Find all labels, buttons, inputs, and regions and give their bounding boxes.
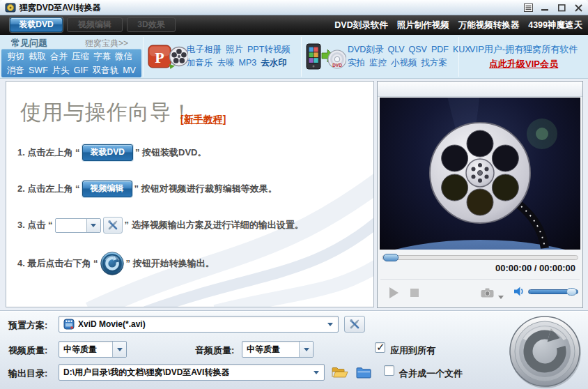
app-window: 狸窝DVD至AVI转换器 装载DVD 视频编辑 3D效果 DVD刻录软件照片制作… (0, 0, 588, 389)
toolbar-link[interactable]: 4399神魔遮天 (528, 20, 582, 31)
video-tool-link[interactable]: PDF (431, 45, 449, 54)
faq-link[interactable]: GIF (74, 66, 88, 75)
film-reel-graphic (380, 98, 580, 250)
step-text: 2. 点击左上角 “ (17, 183, 80, 195)
photo-tool-link[interactable]: 去水印 (261, 58, 287, 68)
preview-panel: 00:00:00 / 00:00:00 (377, 81, 583, 308)
vip-text: VIP用户-拥有狸窝所有软件 (459, 43, 588, 56)
output-dir-label: 输出目录: (8, 367, 47, 380)
faq-link[interactable]: 压缩 (72, 52, 89, 61)
tab-load-dvd[interactable]: 装载DVD (10, 17, 63, 32)
faq-links-box: 剪切截取合并压缩字幕微信 消音SWF片头GIF双音轨MV (1, 49, 141, 77)
volume-thumb[interactable] (566, 288, 577, 296)
minimize-button[interactable] (539, 3, 550, 13)
faq-link[interactable]: SWF (29, 66, 48, 75)
dropdown-arrow-icon (112, 342, 126, 357)
faq-link[interactable]: MV (123, 66, 136, 75)
output-dir-select[interactable]: D:\用户目录\我的文档\狸窝\DVD至AVI转换器 (59, 364, 325, 381)
video-tools-section: DVD DVD刻录QLVQSVPDFKUX 实拍监控小视频找方案 (302, 35, 458, 79)
output-dir-value: D:\用户目录\我的文档\狸窝\DVD至AVI转换器 (63, 367, 229, 379)
guide-step-4: 4. 最后点击右下角 “ ” 按钮开 (17, 252, 215, 275)
snapshot-menu-arrow-icon[interactable] (498, 291, 504, 301)
video-tools-links: DVD刻录QLVQSVPDFKUX 实拍监控小视频找方案 (348, 43, 475, 70)
preview-header (378, 82, 582, 97)
tab-3d-effect[interactable]: 3D效果 (127, 17, 176, 32)
treasury-link[interactable]: 狸窝宝典>> (85, 38, 128, 49)
video-tool-link[interactable]: 监控 (369, 58, 387, 68)
video-edit-button-illustration: 视频编辑 (82, 181, 132, 197)
player-controls (378, 280, 582, 309)
toolbar-link[interactable]: 万能视频转换器 (458, 20, 520, 31)
toolbar: 装载DVD 视频编辑 3D效果 DVD刻录软件照片制作视频万能视频转换器4399… (0, 15, 588, 35)
video-tool-link[interactable]: DVD刻录 (348, 45, 383, 54)
toolbar-link[interactable]: DVD刻录软件 (334, 20, 387, 31)
main-area: 使用与操作向导！ [新手教程] 1. 点击左上角 “ 装载DVD ” 按钮装载D… (0, 79, 588, 310)
preset-select[interactable]: XviD Movie(*.avi) (59, 316, 339, 333)
photo-tool-link[interactable]: MP3 (239, 58, 257, 68)
close-icon[interactable] (573, 3, 584, 13)
photo-tool-link[interactable]: PPT转视频 (247, 45, 291, 54)
video-tool-link[interactable]: 小视频 (391, 58, 417, 68)
tutorial-link[interactable]: [新手教程] (180, 114, 226, 126)
dropdown-arrow-icon (327, 323, 333, 326)
faq-section: 常见问题 狸窝宝典>> 剪切截取合并压缩字幕微信 消音SWF片头GIF双音轨MV (0, 35, 143, 79)
load-dvd-button-illustration: 装载DVD (82, 144, 133, 161)
video-quality-label: 视频质量: (8, 344, 47, 357)
step-text: 3. 点击 “ (17, 219, 53, 231)
vip-section: VIP用户-拥有狸窝所有软件 点此升级VIP会员 (459, 35, 588, 79)
titlebar: 狸窝DVD至AVI转换器 (0, 0, 588, 15)
faq-link[interactable]: 片头 (52, 66, 70, 75)
menu-icon[interactable] (523, 3, 534, 13)
apply-all-label: 应用到所有 (390, 344, 435, 357)
open-folder-button[interactable] (330, 365, 350, 380)
step-text: 1. 点击左上角 “ (17, 146, 80, 159)
faq-link[interactable]: 微信 (115, 52, 132, 61)
phone-dvd-icon[interactable]: DVD (306, 43, 346, 73)
faq-link[interactable]: 消音 (7, 66, 24, 75)
quickbar: 常见问题 狸窝宝典>> 剪切截取合并压缩字幕微信 消音SWF片头GIF双音轨MV… (0, 35, 588, 79)
toolbar-link[interactable]: 照片制作视频 (397, 20, 449, 31)
merge-checkbox[interactable] (384, 365, 394, 376)
photo-tool-link[interactable]: 电子相册 (187, 45, 222, 54)
volume-slider[interactable] (528, 289, 578, 294)
faq-link[interactable]: 双音轨 (93, 66, 119, 75)
preset-settings-button[interactable] (344, 316, 365, 333)
step-text: ” 选择视频输出方案及进行详细的输出设置。 (125, 219, 304, 231)
snapshot-camera-icon[interactable] (481, 288, 494, 300)
video-tool-link[interactable]: QLV (387, 45, 404, 54)
play-icon[interactable] (389, 287, 399, 298)
browse-folder-button[interactable] (354, 365, 373, 380)
guide-step-1: 1. 点击左上角 “ 装载DVD ” 按钮装载DVD。 (17, 144, 206, 161)
apply-all-checkbox[interactable] (375, 342, 385, 353)
video-tool-link[interactable]: QSV (409, 45, 427, 54)
preset-label: 预置方案: (8, 319, 47, 332)
dropdown-arrow-icon (314, 371, 319, 374)
photo-tools-section: P 电子相册照片PPT转视频 加音乐去噪MP3去水印 (144, 35, 301, 79)
preset-value: XviD Movie(*.avi) (78, 319, 146, 329)
stop-icon[interactable] (410, 289, 419, 297)
faq-link[interactable]: 字幕 (93, 52, 111, 61)
photo-tool-link[interactable]: 去噪 (217, 58, 235, 68)
maximize-button[interactable] (556, 3, 567, 13)
start-convert-button[interactable] (508, 314, 582, 388)
photo-tool-link[interactable]: 加音乐 (187, 58, 213, 68)
tab-video-edit[interactable]: 视频编辑 (67, 17, 123, 32)
faq-link[interactable]: 剪切 (7, 52, 24, 61)
ppt-to-video-icon[interactable]: P (148, 43, 188, 72)
preset-format-icon (63, 319, 75, 330)
video-quality-select[interactable]: 中等质量 (59, 341, 127, 358)
seek-bar[interactable] (382, 255, 578, 260)
video-tool-link[interactable]: 实拍 (348, 58, 365, 68)
photo-tool-link[interactable]: 照片 (226, 45, 243, 54)
video-tool-link[interactable]: 找方案 (421, 58, 448, 68)
faq-link[interactable]: 截取 (29, 52, 46, 61)
seek-thumb[interactable] (383, 254, 399, 261)
app-icon (5, 2, 16, 13)
preset-combo-illustration (55, 218, 101, 233)
audio-quality-select[interactable]: 中等质量 (242, 341, 314, 358)
convert-button-illustration (100, 252, 124, 275)
faq-link[interactable]: 合并 (50, 52, 68, 61)
video-preview (380, 98, 580, 250)
vip-upgrade-link[interactable]: 点此升级VIP会员 (459, 58, 588, 70)
volume-speaker-icon[interactable] (514, 287, 525, 298)
